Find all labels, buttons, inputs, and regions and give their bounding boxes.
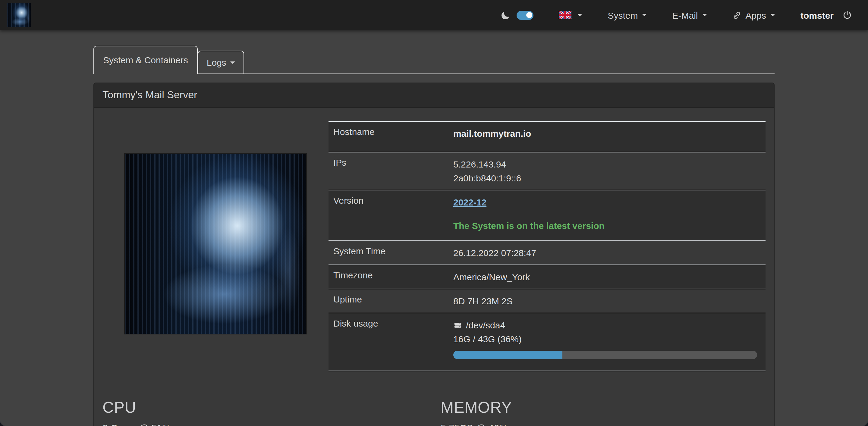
- disk-usage-progress: [453, 351, 757, 359]
- uptime-value: 8D 7H 23M 2S: [453, 289, 766, 313]
- link-icon: [733, 10, 741, 20]
- server-info-table: Hostname mail.tommytran.io IPs 5.226.143…: [329, 121, 766, 371]
- navbar: System E-Mail Apps: [0, 0, 868, 30]
- server-image: [125, 154, 306, 334]
- version-status: The System is on the latest version: [453, 219, 757, 233]
- hdd-icon: [453, 321, 462, 330]
- tab-logs-dropdown[interactable]: Logs: [198, 51, 244, 73]
- hostname-value: mail.tommytran.io: [453, 122, 766, 152]
- brand-logo[interactable]: [7, 3, 31, 27]
- menu-email[interactable]: E-Mail: [673, 10, 707, 20]
- table-row: Timezone America/New_York: [329, 264, 766, 289]
- system-time-value: 26.12.2022 07:28:47: [453, 241, 766, 264]
- ipv6-value: 2a0b:b840:1:9::6: [453, 171, 757, 185]
- uk-flag-icon: [559, 11, 572, 19]
- chevron-down-icon: [578, 14, 583, 19]
- card-title: Tommy's Mail Server: [94, 83, 774, 108]
- table-row: IPs 5.226.143.94 2a0b:b840:1:9::6: [329, 152, 766, 190]
- username: tomster: [801, 10, 834, 20]
- server-info-card: Tommy's Mail Server Hostname mail.tommyt…: [93, 83, 775, 426]
- chevron-down-icon: [642, 14, 647, 19]
- table-row: Version 2022-12 The System is on the lat…: [329, 190, 766, 240]
- table-row: Hostname mail.tommytran.io: [329, 121, 766, 152]
- server-artwork-column: [102, 116, 329, 371]
- stats-section: CPU 2 Cores @ 51% MEMORY 5.75GB @ 46%: [102, 398, 766, 426]
- table-row: Disk usage: [329, 313, 766, 370]
- dark-mode-control: [501, 10, 534, 20]
- chevron-down-icon: [770, 14, 775, 19]
- ipv4-value: 5.226.143.94: [453, 157, 757, 171]
- memory-stat: MEMORY 5.75GB @ 46%: [434, 398, 766, 426]
- timezone-value: America/New_York: [453, 265, 766, 289]
- memory-detail: 5.75GB @ 46%: [441, 423, 766, 426]
- language-dropdown[interactable]: [559, 11, 583, 19]
- table-row: Uptime 8D 7H 23M 2S: [329, 289, 766, 313]
- version-link[interactable]: 2022-12: [453, 197, 487, 207]
- power-icon[interactable]: [842, 10, 852, 20]
- tab-bar: System & Containers Logs: [93, 46, 775, 74]
- tab-system-containers[interactable]: System & Containers: [93, 46, 198, 74]
- menu-system[interactable]: System: [608, 10, 647, 20]
- moon-icon: [501, 10, 511, 20]
- disk-usage-text: 16G / 43G (36%): [453, 332, 757, 346]
- disk-progress-fill: [453, 351, 563, 359]
- chevron-down-icon: [702, 14, 707, 19]
- cpu-detail: 2 Cores @ 51%: [102, 423, 434, 426]
- menu-apps[interactable]: Apps: [733, 10, 775, 20]
- dark-mode-toggle[interactable]: [517, 10, 534, 20]
- memory-title: MEMORY: [441, 398, 766, 417]
- chevron-down-icon: [230, 61, 236, 66]
- cpu-title: CPU: [102, 398, 434, 417]
- disk-device: /dev/sda4: [466, 318, 505, 332]
- table-row: System Time 26.12.2022 07:28:47: [329, 240, 766, 264]
- cpu-stat: CPU 2 Cores @ 51%: [102, 398, 434, 426]
- browser-page: System E-Mail Apps: [0, 0, 868, 426]
